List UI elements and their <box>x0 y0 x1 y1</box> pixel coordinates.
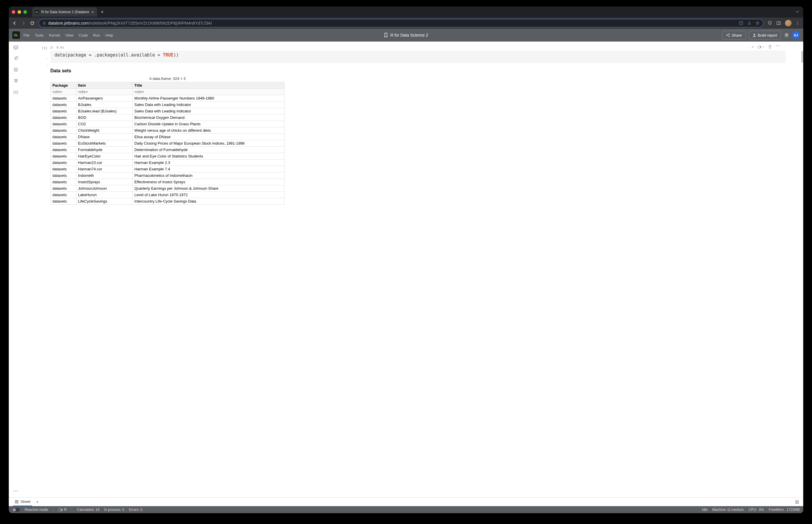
close-window-button[interactable] <box>12 10 15 14</box>
table-row: datasetsCO2Carbon Dioxide Uptake in Gras… <box>51 121 284 127</box>
cell-time: 0.6s <box>56 46 64 49</box>
code-true: TRUE <box>163 52 173 58</box>
col-title: Title <box>133 82 284 89</box>
notebook-area: [3] 0.6s + R <box>23 42 406 262</box>
fold-down-icon[interactable]: ⌄ <box>46 63 48 67</box>
chip-icon[interactable] <box>13 67 19 72</box>
menu-run[interactable]: Run <box>93 33 100 37</box>
minimize-window-button[interactable] <box>18 10 21 14</box>
table-row: datasetsEuStockMarketsDaily Closing Pric… <box>51 140 284 147</box>
address-bar[interactable]: datalore.jetbrains.com/notebook/PMg2kXiI… <box>39 19 406 27</box>
tab-close-icon[interactable]: ✕ <box>91 10 94 14</box>
cell-index: [3] <box>23 45 50 204</box>
table-row: datasetsLifeCycleSavingsIntercountry Lif… <box>51 198 284 204</box>
table-row: datasetsHarman74.corHarman Example 7.4 <box>51 166 284 173</box>
window-controls <box>12 10 27 14</box>
tab-title: R for Data Science 2 (Datalore <box>41 10 89 14</box>
tab-favicon: DL <box>35 10 39 14</box>
table-row: datasetsChickWeightWeight versus age of … <box>51 127 284 134</box>
table-row: datasetsHairEyeColorHair and Eye Color o… <box>51 153 284 160</box>
variable-icon[interactable]: (x) <box>13 89 19 95</box>
menu-help[interactable]: Help <box>105 33 113 37</box>
table-row: datasetsBJsalesSales Data with Leading I… <box>51 102 284 108</box>
cell-toolbar: 0.6s + R <box>50 45 406 51</box>
left-rail: (x) <box>9 42 23 262</box>
svg-rect-12 <box>14 68 17 71</box>
browser-tab-bar: DL R for Data Science 2 (Datalore ✕ + <box>9 6 406 18</box>
table-row: datasetsLakeHuronLevel of Lake Huron 187… <box>51 192 284 198</box>
maximize-window-button[interactable] <box>23 10 27 14</box>
cell-output: Data sets A data.frame: 324 × 3 Package … <box>50 63 406 204</box>
menu-code[interactable]: Code <box>79 33 88 37</box>
table-row: datasetsBJsales.lead (BJsales)Sales Data… <box>51 108 284 114</box>
browser-toolbar: datalore.jetbrains.com/notebook/PMg2kXiI… <box>9 18 406 29</box>
app-header: DL File Tools Kernel View Code Run Help … <box>9 29 406 42</box>
fold-up-icon[interactable]: ⌃ <box>46 58 48 62</box>
bookmark-outline-icon <box>384 33 388 37</box>
reload-button[interactable] <box>30 21 35 26</box>
menu-view[interactable]: View <box>65 33 73 37</box>
table-row: datasetsHarman23.corHarman Example 2.3 <box>51 160 284 166</box>
table-header-row: Package Item Title <box>51 82 284 89</box>
col-item: Item <box>76 82 133 89</box>
dataframe-table: Package Item Title <chr> <chr> <box>50 82 284 204</box>
table-row: datasetsAirPassengersMonthly Airline Pas… <box>51 95 284 102</box>
main-menu: File Tools Kernel View Code Run Help <box>23 33 113 37</box>
url-path: /notebook/PMg2kXiIT72E5mVZr2XM9t/tIN2DP6… <box>89 21 212 26</box>
notebook-title-area[interactable]: R for Data Science 2 <box>384 33 406 37</box>
table-row: datasetsJohnsonJohnsonQuarterly Earnings… <box>51 185 284 192</box>
code-text-post: )) <box>173 52 179 58</box>
new-tab-button[interactable]: + <box>101 10 103 15</box>
table-row: datasetsFormaldehydeDetermination of For… <box>51 147 284 153</box>
svg-rect-0 <box>43 23 45 24</box>
notebook-title: R for Data Science 2 <box>390 33 406 37</box>
table-row: datasetsIndomethPharmacokinetics of Indo… <box>51 173 284 179</box>
table-row: datasetsBODBiochemical Oxygen Demand <box>51 114 284 121</box>
browser-tab[interactable]: DL R for Data Science 2 (Datalore ✕ <box>32 7 97 17</box>
table-type-row: <chr> <chr> <chr> <box>51 89 284 95</box>
attachment-icon[interactable] <box>13 55 19 62</box>
datalore-logo[interactable]: DL <box>12 31 20 39</box>
table-row: datasetsDNaseElisa assay of DNase <box>51 134 284 140</box>
code-cell[interactable]: ⌃ ⌄ data(package = .packages(all.availab… <box>50 51 406 63</box>
package-icon[interactable] <box>13 45 19 50</box>
run-cell-icon[interactable] <box>50 46 53 49</box>
lock-icon <box>43 21 46 25</box>
back-button[interactable] <box>12 21 17 26</box>
forward-button[interactable] <box>21 21 26 26</box>
svg-rect-13 <box>15 69 16 70</box>
url-host: datalore.jetbrains.com <box>48 21 89 26</box>
code-text-pre: data(package = .packages(all.available = <box>54 52 163 58</box>
output-heading: Data sets <box>50 68 406 73</box>
table-row: datasetsInsectSpraysEffectiveness of Ins… <box>51 179 284 185</box>
menu-kernel[interactable]: Kernel <box>49 33 60 37</box>
outline-icon[interactable] <box>13 78 19 84</box>
col-package: Package <box>51 82 77 89</box>
menu-tools[interactable]: Tools <box>35 33 44 37</box>
dataframe-caption: A data.frame: 324 × 3 <box>50 77 284 81</box>
menu-file[interactable]: File <box>23 33 30 37</box>
